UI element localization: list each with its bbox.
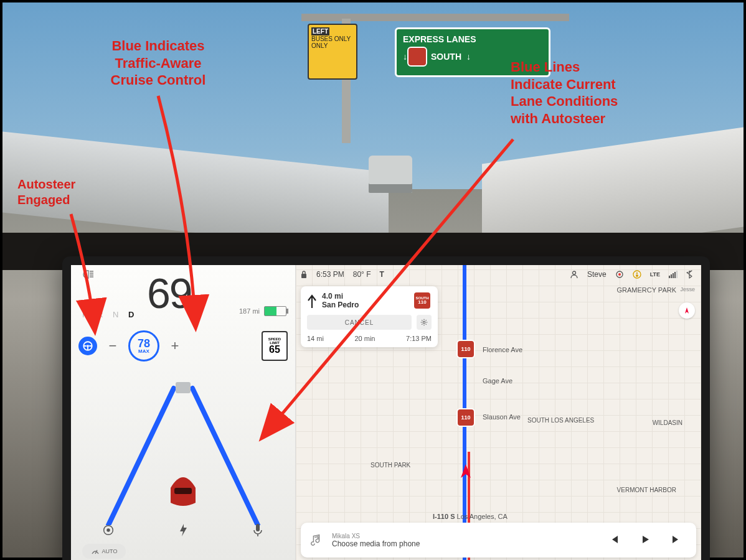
gear-icon bbox=[420, 318, 428, 327]
map-pane[interactable]: 110 110 GRAMERCY PARK Florence Ave Gage … bbox=[296, 265, 701, 560]
gear-p: P bbox=[82, 310, 91, 319]
speed-limit-sign[interactable]: SPEED LIMIT 65 bbox=[262, 331, 288, 361]
north-button[interactable] bbox=[679, 302, 695, 319]
wiper-icon bbox=[91, 548, 100, 555]
interstate-shield-icon bbox=[407, 47, 427, 67]
media-play-button[interactable] bbox=[634, 534, 656, 546]
hov-sign-top: LEFT bbox=[311, 27, 329, 35]
express-lanes-title: EXPRESS LANES bbox=[403, 34, 542, 44]
quick-controls-row bbox=[71, 519, 295, 544]
battery-fill bbox=[265, 307, 276, 315]
dashcam-button[interactable] bbox=[96, 523, 121, 539]
map-label-wildasin: WILDASIN bbox=[653, 419, 682, 426]
map-label-gramercy: GRAMERCY PARK bbox=[616, 286, 676, 294]
nav-route-shield: SOUTH 110 bbox=[413, 291, 432, 310]
svg-rect-11 bbox=[676, 271, 678, 278]
ego-vehicle-icon bbox=[171, 477, 196, 506]
vehicle-position-icon bbox=[460, 464, 471, 478]
svg-rect-8 bbox=[671, 274, 672, 278]
map-label-southla: SOUTH LOS ANGELES bbox=[527, 417, 594, 424]
nav-settings-button[interactable] bbox=[417, 315, 432, 330]
wiper-button[interactable]: AUTO bbox=[82, 544, 126, 559]
lte-label: LTE bbox=[650, 271, 660, 278]
express-lanes-dir: SOUTH bbox=[431, 52, 461, 62]
tacc-set-speed[interactable]: 78 MAX bbox=[128, 330, 159, 362]
map-label-current-road: I-110 S Los Angeles, CA bbox=[433, 513, 508, 520]
tacc-increase-button[interactable]: + bbox=[168, 338, 182, 354]
media-bar[interactable]: Mikala XS Choose media from phone bbox=[301, 523, 696, 558]
tacc-max-label: MAX bbox=[138, 349, 149, 354]
svg-rect-9 bbox=[673, 273, 674, 278]
map-attribution: Jesse bbox=[680, 286, 695, 292]
express-lanes-sign: EXPRESS LANES ↓ SOUTH ↓ bbox=[395, 27, 550, 77]
lock-icon[interactable] bbox=[300, 270, 308, 279]
gear-n: N bbox=[113, 310, 122, 319]
cell-signal-icon bbox=[669, 271, 678, 278]
svg-point-1 bbox=[572, 271, 575, 274]
gear-indicator: P R N D bbox=[82, 310, 138, 319]
map-label-southpark: SOUTH PARK bbox=[371, 462, 410, 469]
bluetooth-icon[interactable] bbox=[686, 270, 692, 279]
map-label-vermont: VERMONT HARBOR bbox=[617, 487, 676, 493]
battery-icon[interactable] bbox=[264, 306, 286, 316]
svg-point-19 bbox=[423, 321, 425, 324]
svg-rect-0 bbox=[301, 274, 306, 278]
airbag-icon bbox=[633, 270, 641, 279]
tacc-decrease-button[interactable]: − bbox=[106, 338, 120, 354]
hov-sign-bot: ONLY bbox=[311, 42, 328, 49]
vehicle-ahead bbox=[369, 156, 412, 193]
status-temp: 80° F bbox=[353, 270, 371, 279]
tacc-speed-value: 78 bbox=[138, 338, 150, 349]
speed-limit-value: 65 bbox=[269, 345, 280, 355]
svg-point-6 bbox=[636, 274, 638, 277]
map-label-gage: Gage Ave bbox=[483, 377, 512, 385]
highway-shield-icon: 110 bbox=[456, 408, 475, 427]
svg-point-3 bbox=[618, 273, 621, 276]
svg-rect-7 bbox=[669, 276, 670, 278]
lane-visualization bbox=[71, 363, 295, 525]
headlight-icon[interactable] bbox=[82, 270, 95, 279]
nav-destination: San Pedro bbox=[322, 301, 359, 309]
svg-rect-14 bbox=[174, 488, 192, 494]
gear-r: R bbox=[97, 310, 106, 319]
media-prompt: Choose media from phone bbox=[332, 539, 594, 548]
gear-d: D bbox=[128, 310, 138, 319]
nav-distance: 4.0 mi bbox=[322, 292, 359, 301]
profile-name[interactable]: Steve bbox=[587, 270, 607, 279]
current-speed: 69 bbox=[147, 269, 192, 317]
sentry-icon[interactable] bbox=[615, 270, 624, 279]
nav-remaining-distance: 14 mi bbox=[307, 335, 324, 342]
autopilot-controls-row: − 78 MAX + SPEED LIMIT 65 bbox=[78, 332, 288, 360]
tesla-logo-icon[interactable]: T bbox=[380, 270, 384, 279]
map-label-florence: Florence Ave bbox=[483, 346, 522, 353]
down-arrow-icon: ↓ bbox=[403, 52, 407, 62]
straight-arrow-icon bbox=[307, 293, 317, 308]
trip-distance: 187 mi bbox=[239, 307, 260, 315]
media-prev-button[interactable] bbox=[603, 534, 625, 546]
down-arrow-icon: ↓ bbox=[466, 52, 471, 62]
autosteer-icon[interactable] bbox=[78, 337, 97, 355]
media-source: Mikala XS bbox=[332, 533, 594, 539]
hov-sign: LEFT BUSES ONLY ONLY bbox=[308, 24, 357, 80]
highway-shield-icon: 110 bbox=[456, 340, 475, 358]
navigation-card[interactable]: 4.0 mi San Pedro SOUTH 110 CANCEL bbox=[301, 286, 438, 347]
status-bar: 6:53 PM 80° F T Steve LTE bbox=[295, 266, 697, 282]
status-time: 6:53 PM bbox=[316, 270, 344, 279]
photo-frame: LEFT BUSES ONLY ONLY EXPRESS LANES ↓ SOU… bbox=[0, 0, 746, 560]
svg-rect-10 bbox=[674, 272, 676, 278]
lead-vehicle-icon bbox=[176, 382, 191, 393]
music-note-icon bbox=[309, 533, 323, 547]
charging-button[interactable] bbox=[171, 523, 196, 540]
svg-rect-17 bbox=[256, 524, 260, 531]
hov-sign-mid: BUSES ONLY bbox=[311, 35, 351, 42]
media-next-button[interactable] bbox=[665, 534, 687, 546]
profile-icon[interactable] bbox=[570, 270, 578, 279]
driving-visualization-pane: 69 P R N D 187 mi − 78 MAX bbox=[71, 265, 296, 560]
svg-point-5 bbox=[636, 273, 637, 274]
svg-point-13 bbox=[87, 345, 89, 347]
voice-button[interactable] bbox=[245, 523, 270, 540]
map-label-slauson: Slauson Ave bbox=[483, 413, 521, 421]
center-touchscreen[interactable]: 6:53 PM 80° F T Steve LTE bbox=[62, 256, 710, 560]
nav-cancel-button[interactable]: CANCEL bbox=[307, 315, 412, 330]
svg-point-16 bbox=[106, 528, 110, 532]
